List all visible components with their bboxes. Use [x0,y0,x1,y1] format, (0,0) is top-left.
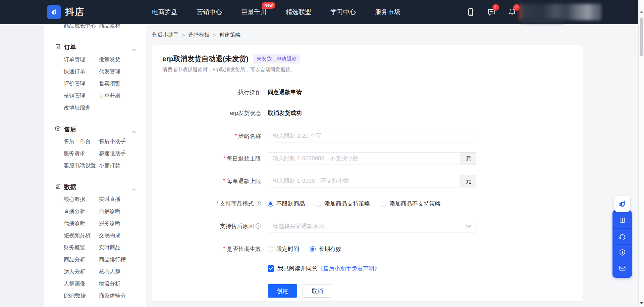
daily-limit-input[interactable] [268,152,461,165]
radio-add-supported-products[interactable]: 添加商品支持策略 [316,200,370,208]
sidebar-item-product-material[interactable]: 商品素材 [99,24,120,30]
nav-item-qianchuan[interactable]: 巨量千川New [241,8,267,16]
doudian-float-logo[interactable] [614,196,630,212]
radio-unselected-icon [268,246,273,252]
sidebar-section-orders[interactable]: 订单 [44,41,146,53]
sidebar-item-self-live-diagnosis[interactable]: 自播诊断 [99,208,120,215]
nav-item-marketing[interactable]: 营销中心 [197,8,222,16]
top-navbar: 抖店 电商罗盘 营销中心 巨量千川New 精选联盟 学习中心 服务市场 1 2 [0,0,644,24]
doudian-logo[interactable]: 抖店 [47,0,85,24]
sidebar-row: 核销管理 订单开票 [44,90,146,102]
sidebar-item-review-management[interactable]: 评价管理 [64,80,99,87]
sidebar-item-service-phone[interactable]: 客服电话设置 [64,162,99,169]
scroll-down-arrow[interactable] [640,302,643,304]
sidebar-item-sale-warning[interactable]: 售卖预警 [99,80,120,87]
radio-long-term[interactable]: 长期有效 [310,245,341,253]
douyin-shop-page: 抖店 电商罗盘 营销中心 巨量千川New 精选联盟 学习中心 服务市场 1 2 [0,0,644,307]
sidebar-item-merchant-experience-score[interactable]: 商家体验分 [99,293,126,300]
shield-report-icon[interactable] [612,244,632,260]
sidebar-item-trade-composition[interactable]: 交易构成 [99,232,120,239]
sidebar-item-agent-live-diagnosis[interactable]: 代播诊断 [64,220,99,227]
sidebar-item-finance-overview[interactable]: 财务概览 [64,244,99,251]
yuan-unit-addon: 元 [461,152,476,165]
sidebar-item-product-growth[interactable]: 商品成长中心 [64,24,99,30]
nav-item-alliance[interactable]: 精选联盟 [286,8,311,16]
bell-icon[interactable]: 2 [507,7,517,17]
breadcrumb-aftersale-assistant[interactable]: 售后小助手 [152,32,179,39]
sidebar-item-aftersale-assistant[interactable]: 售后小助手 [99,138,126,145]
sidebar-item-audience-portrait[interactable]: 人群画像 [64,280,99,288]
sidebar-row: 直播分析 自播诊断 [44,205,146,217]
sidebar-item-core-audience[interactable]: 核心人群 [99,268,120,275]
disclaimer-link[interactable]: 《售后小助手免责声明》 [317,265,380,272]
sidebar-item-dsr-data[interactable]: DSR数据 [64,293,99,300]
sidebar-row: 人群画像 物流分析 [44,278,146,290]
doudian-logo-text: 抖店 [65,6,85,18]
radio-unlimited-products[interactable]: 不限制商品 [268,200,305,208]
sidebar-item-realtime-products[interactable]: 实时商品 [99,244,120,251]
sidebar-item-batch-ship[interactable]: 批量发货 [99,56,120,63]
chevron-down-icon [466,223,471,229]
action-label: 执行操作 [162,88,261,96]
question-circle-icon[interactable]: ? [256,223,261,229]
refund-reason-select[interactable]: 请选择买家退款原因 [268,220,476,232]
sidebar-item-logistics-analysis[interactable]: 物流分析 [99,280,120,288]
agreement-checkbox[interactable] [268,265,274,272]
nav-item-services[interactable]: 服务市场 [375,8,400,16]
create-button[interactable]: 创建 [268,284,297,298]
sidebar-item-aftersale-workbench[interactable]: 售后工作台 [64,138,99,145]
sidebar-item-order-management[interactable]: 订单管理 [64,56,99,63]
guide-book-icon[interactable] [612,213,632,228]
sidebar-row: 核心数据 实时直播 [44,193,146,205]
data-chart-icon [55,183,61,191]
redacted-account-name[interactable] [519,4,601,20]
scroll-up-arrow[interactable] [640,11,643,13]
nav-item-compass[interactable]: 电商罗盘 [152,8,177,16]
cancel-button[interactable]: 取消 [303,284,332,298]
chevron-up-icon[interactable] [132,185,136,192]
sidebar-item-product-ranking[interactable]: 商品排行榜 [99,256,126,263]
message-icon[interactable]: 1 [486,7,496,17]
radio-limited-time[interactable]: 限定时间 [268,245,299,253]
sidebar-item-talent-analysis[interactable]: 达人分析 [64,268,99,275]
sidebar-item-short-video-analysis[interactable]: 短视频分析 [64,232,99,239]
question-circle-icon[interactable]: ? [256,201,261,206]
radio-add-unsupported-products[interactable]: 添加商品不支持策略 [381,200,441,208]
page-scrollbar[interactable] [638,0,644,307]
per-order-limit-input[interactable] [268,175,461,187]
strategy-title: erp取消发货自动退(未发货) [162,54,249,63]
sidebar-item-quick-print[interactable]: 快速打单 [64,68,99,75]
sidebar-item-live-realtime[interactable]: 实时直播 [99,196,120,203]
sidebar-item-verification[interactable]: 核销管理 [64,92,99,99]
nav-item-learning[interactable]: 学习中心 [330,8,356,16]
required-asterisk: * [234,133,237,139]
breadcrumb-choose-template[interactable]: 选择模板 [188,32,210,39]
sidebar-item-service-request[interactable]: 服务请求 [64,150,99,157]
sidebar-item-product-analysis[interactable]: 商品分析 [64,256,99,263]
per-order-limit-label: * 每单退款上限 [162,177,261,185]
strategy-name-input[interactable] [268,130,476,142]
sidebar-item-service-diagnosis[interactable]: 服务诊断 [99,220,120,227]
sidebar-item-fast-refund-assistant[interactable]: 极速退助手 [99,150,126,157]
mobile-app-icon[interactable] [466,7,476,17]
headset-icon[interactable] [612,228,632,244]
sidebar-item-live-analysis[interactable]: 直播分析 [64,208,99,215]
sidebar-section-aftersale[interactable]: 售后 [44,123,146,135]
sidebar-item-core-data[interactable]: 核心数据 [64,196,99,203]
sidebar-section-data[interactable]: 数据 [44,181,146,193]
agreement-text: 我已阅读并同意 [277,265,317,272]
chevron-up-icon[interactable] [132,46,136,53]
radio-unselected-icon [381,201,386,207]
sidebar-row: 代播诊断 服务诊断 [44,217,146,229]
scrollbar-thumb[interactable] [640,17,643,56]
radio-selected-icon [310,246,316,252]
order-clipboard-icon [55,43,61,51]
chevron-up-icon[interactable] [132,128,136,135]
sidebar-item-order-invoice[interactable]: 订单开票 [99,92,120,99]
breadcrumb: 售后小助手 > 选择模板 > 创建策略 [152,32,240,39]
sidebar-item-small-payment[interactable]: 小额打款 [99,162,120,169]
sidebar-item-change-address[interactable]: 改地址服务 [64,104,99,112]
strategy-tag: 未发货，申请退款 [253,54,300,63]
sidebar-item-dropship[interactable]: 代发管理 [99,68,120,75]
mail-icon[interactable] [612,260,632,276]
